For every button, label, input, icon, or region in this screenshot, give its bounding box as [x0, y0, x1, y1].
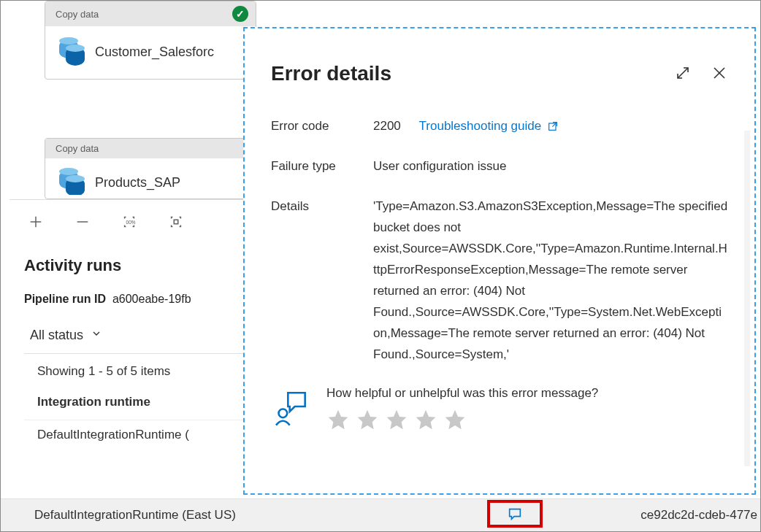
zoom-reset-button[interactable]: 00%	[119, 212, 139, 232]
star-icon[interactable]	[443, 408, 467, 431]
failure-type-label: Failure type	[271, 156, 373, 176]
close-icon[interactable]	[711, 64, 728, 84]
details-text: 'Type=Amazon.S3.AmazonS3Exception,Messag…	[373, 196, 728, 365]
svg-text:00%: 00%	[126, 219, 136, 224]
scrollbar[interactable]	[744, 131, 750, 466]
pipeline-run-id-label: Pipeline run ID	[24, 293, 106, 305]
svg-point-10	[279, 409, 288, 417]
feedback-section: How helpful or unhelpful was this error …	[271, 386, 728, 431]
link-text: Troubleshooting guide	[419, 116, 542, 136]
canvas-toolbar: 00%	[9, 199, 243, 243]
chevron-down-icon	[91, 328, 102, 343]
error-code-label: Error code	[271, 116, 373, 136]
status-success-icon: ✓	[232, 6, 248, 22]
expand-icon[interactable]	[674, 64, 692, 84]
error-details-panel: Error details Error code 2200 Troublesho…	[243, 27, 756, 495]
star-icon[interactable]	[414, 408, 437, 431]
status-filter-label: All status	[30, 328, 83, 343]
troubleshooting-guide-link[interactable]: Troubleshooting guide	[419, 116, 559, 136]
svg-marker-13	[387, 409, 407, 429]
svg-marker-14	[416, 409, 436, 429]
error-message-button[interactable]	[487, 500, 543, 528]
table-row-selected[interactable]: DefaultIntegrationRuntime (East US) ce92…	[1, 498, 760, 531]
row-id: ce92dc2d-cdeb-477e	[640, 508, 757, 523]
zoom-in-button[interactable]	[26, 212, 46, 232]
card-type-label: Copy data	[56, 143, 99, 154]
database-icon	[57, 38, 85, 66]
star-icon[interactable]	[356, 408, 379, 431]
activity-card[interactable]: Copy data ✓ Customer_Salesforc	[45, 1, 256, 80]
svg-marker-11	[329, 409, 348, 429]
card-type-label: Copy data	[56, 9, 99, 20]
star-icon[interactable]	[385, 408, 408, 431]
failure-type-value: User configuration issue	[373, 156, 728, 176]
details-label: Details	[271, 196, 373, 365]
pipeline-run-id-value: a600eabe-19fb	[112, 293, 191, 305]
error-code-value: 2200	[373, 119, 401, 133]
svg-marker-15	[445, 409, 465, 429]
star-icon[interactable]	[326, 408, 350, 431]
database-icon	[57, 169, 85, 195]
svg-marker-12	[358, 409, 378, 429]
activity-name: Products_SAP	[95, 175, 180, 190]
panel-title: Error details	[271, 62, 391, 85]
feedback-question: How helpful or unhelpful was this error …	[326, 386, 598, 401]
fit-to-screen-button[interactable]	[166, 212, 186, 232]
feedback-icon	[271, 386, 312, 427]
svg-rect-4	[174, 220, 178, 224]
runtime-name: DefaultIntegrationRuntime (East US)	[34, 508, 236, 523]
star-rating[interactable]	[326, 408, 598, 431]
activity-card[interactable]: Copy data Products_SAP	[45, 138, 256, 199]
activity-name: Customer_Salesforc	[95, 45, 214, 60]
zoom-out-button[interactable]	[72, 212, 93, 232]
svg-line-5	[678, 68, 688, 78]
